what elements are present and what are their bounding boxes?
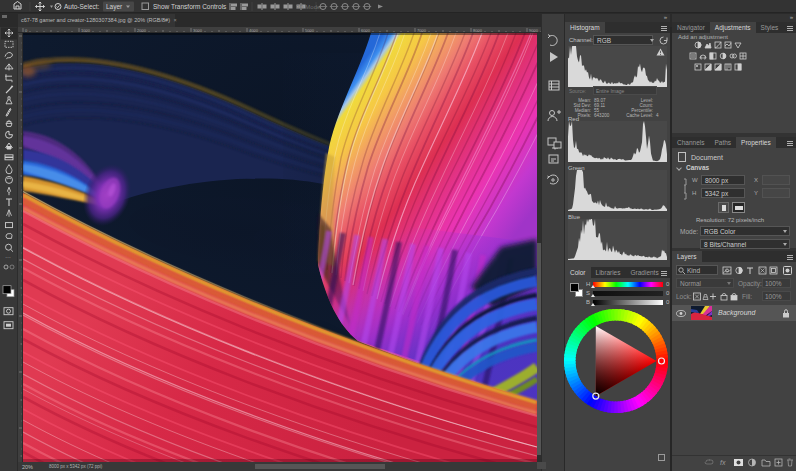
svg-text:643200: 643200	[594, 113, 610, 118]
svg-text:Auto-Select:: Auto-Select:	[64, 3, 100, 10]
svg-text:8000 px x 5342 px (72 ppi): 8000 px x 5342 px (72 ppi)	[49, 464, 103, 469]
svg-text:Layer: Layer	[106, 3, 123, 11]
svg-text:3D Mode:: 3D Mode:	[296, 4, 322, 10]
svg-text:Cache Level:: Cache Level:	[626, 113, 653, 118]
svg-text:…: …	[5, 253, 11, 259]
svg-text:fx: fx	[720, 459, 726, 466]
svg-text:Pixels:: Pixels:	[577, 113, 591, 118]
svg-text:Show Transform Controls: Show Transform Controls	[153, 3, 227, 10]
svg-text:4: 4	[656, 113, 659, 118]
svg-text:20%: 20%	[22, 464, 33, 470]
svg-text:Source:: Source:	[569, 88, 586, 94]
svg-text:Entire Image: Entire Image	[596, 88, 625, 94]
